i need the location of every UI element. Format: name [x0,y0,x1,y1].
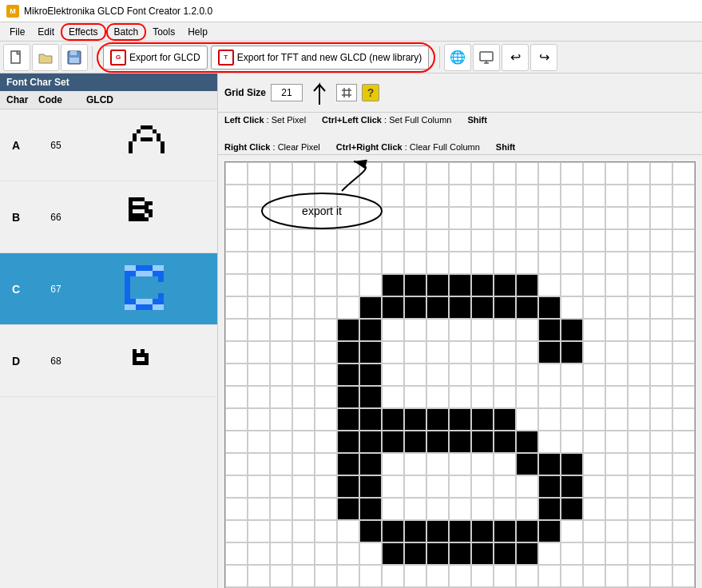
pixel-cell[interactable] [471,386,494,408]
pixel-cell[interactable] [292,386,315,408]
pixel-cell[interactable] [270,565,292,587]
pixel-cell[interactable] [248,341,270,364]
pixel-cell[interactable] [494,431,516,453]
pixel-cell[interactable] [672,185,695,207]
pixel-cell[interactable] [583,408,605,431]
pixel-cell[interactable] [292,185,315,207]
pixel-cell[interactable] [605,520,628,542]
pixel-cell[interactable] [359,364,382,386]
pixel-cell[interactable] [426,341,449,364]
pixel-cell[interactable] [561,453,583,475]
pixel-cell[interactable] [382,296,404,319]
pixel-cell[interactable] [628,565,650,587]
pixel-cell[interactable] [650,229,672,252]
pixel-cell[interactable] [359,252,382,274]
menu-tools[interactable]: Tools [146,25,181,39]
pixel-cell[interactable] [494,252,516,274]
pixel-cell[interactable] [426,542,449,565]
pixel-cell[interactable] [382,341,404,364]
pixel-cell[interactable] [426,229,449,252]
pixel-cell[interactable] [225,520,248,542]
pixel-cell[interactable] [337,408,359,431]
pixel-cell[interactable] [583,386,605,408]
open-button[interactable] [32,44,59,71]
pixel-cell[interactable] [292,252,315,274]
pixel-cell[interactable] [404,520,426,542]
pixel-cell[interactable] [605,341,628,364]
pixel-cell[interactable] [382,319,404,341]
pixel-cell[interactable] [650,475,672,498]
pixel-cell[interactable] [628,274,650,296]
pixel-cell[interactable] [538,453,561,475]
pixel-cell[interactable] [494,229,516,252]
pixel-cell[interactable] [494,520,516,542]
pixel-cell[interactable] [605,319,628,341]
menu-file[interactable]: File [3,25,31,39]
pixel-cell[interactable] [315,475,337,498]
pixel-cell[interactable] [270,207,292,229]
pixel-cell[interactable] [494,475,516,498]
undo-button[interactable]: ↩ [502,44,529,71]
pixel-cell[interactable] [583,498,605,520]
pixel-cell[interactable] [382,408,404,431]
pixel-cell[interactable] [471,319,494,341]
pixel-cell[interactable] [471,565,494,587]
pixel-cell[interactable] [583,431,605,453]
pixel-cell[interactable] [494,341,516,364]
pixel-cell[interactable] [359,431,382,453]
pixel-cell[interactable] [516,408,538,431]
pixel-cell[interactable] [650,408,672,431]
pixel-cell[interactable] [449,453,471,475]
pixel-cell[interactable] [605,565,628,587]
pixel-cell[interactable] [672,542,695,565]
char-row-c[interactable]: C 67 [0,253,217,325]
pixel-cell[interactable] [248,542,270,565]
pixel-cell[interactable] [471,475,494,498]
pixel-cell[interactable] [426,408,449,431]
pixel-cell[interactable] [672,498,695,520]
pixel-cell[interactable] [605,498,628,520]
menu-help[interactable]: Help [181,25,214,39]
pixel-cell[interactable] [359,185,382,207]
pixel-cell[interactable] [359,319,382,341]
pixel-cell[interactable] [650,319,672,341]
pixel-cell[interactable] [292,453,315,475]
pixel-cell[interactable] [605,252,628,274]
pixel-cell[interactable] [426,162,449,185]
pixel-cell[interactable] [538,364,561,386]
pixel-cell[interactable] [225,542,248,565]
pixel-cell[interactable] [292,319,315,341]
pixel-cell[interactable] [270,296,292,319]
pixel-cell[interactable] [359,542,382,565]
pixel-cell[interactable] [538,274,561,296]
pixel-cell[interactable] [650,207,672,229]
pixel-cell[interactable] [248,408,270,431]
pixel-cell[interactable] [382,274,404,296]
pixel-cell[interactable] [225,207,248,229]
pixel-cell[interactable] [337,498,359,520]
pixel-cell[interactable] [538,520,561,542]
pixel-cell[interactable] [270,520,292,542]
char-row-d[interactable]: D 68 [0,325,217,397]
pixel-cell[interactable] [628,431,650,453]
pixel-cell[interactable] [672,364,695,386]
pixel-cell[interactable] [248,319,270,341]
pixel-cell[interactable] [561,207,583,229]
pixel-cell[interactable] [404,453,426,475]
pixel-cell[interactable] [449,296,471,319]
pixel-cell[interactable] [225,565,248,587]
pixel-cell[interactable] [248,185,270,207]
pixel-cell[interactable] [315,162,337,185]
pixel-cell[interactable] [605,229,628,252]
pixel-cell[interactable] [583,341,605,364]
pixel-cell[interactable] [516,520,538,542]
menu-effects[interactable]: Effects [61,23,105,41]
pixel-cell[interactable] [538,341,561,364]
help-button[interactable]: ? [362,84,379,101]
pixel-cell[interactable] [605,431,628,453]
pixel-cell[interactable] [359,565,382,587]
pixel-cell[interactable] [471,162,494,185]
pixel-cell[interactable] [628,296,650,319]
pixel-cell[interactable] [337,229,359,252]
pixel-cell[interactable] [426,453,449,475]
